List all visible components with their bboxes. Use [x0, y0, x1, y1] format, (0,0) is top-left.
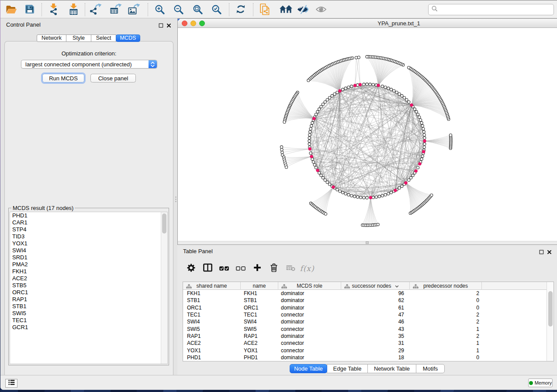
- table-row[interactable]: PHD1PHD1dominator180: [183, 354, 554, 361]
- cell-predecessor-nodes: 0: [410, 297, 482, 303]
- tab-select[interactable]: Select: [91, 34, 116, 42]
- table-scrollbar-thumb[interactable]: [548, 291, 553, 327]
- network-window-title: YPA_prune.txt_1: [368, 20, 429, 27]
- toolbar-separator: [229, 3, 229, 16]
- mcds-list-scrollbar[interactable]: [161, 212, 167, 364]
- mcds-result-item[interactable]: PHD1: [12, 212, 28, 219]
- copy-network-button[interactable]: [258, 3, 271, 17]
- network-overview-button[interactable]: [279, 3, 292, 17]
- window-zoom-traffic-light[interactable]: [199, 21, 205, 26]
- mcds-result-item[interactable]: SWI5: [12, 310, 28, 317]
- sort-chevron-icon[interactable]: [395, 283, 399, 289]
- cell-MCDS-role: connector: [278, 340, 341, 346]
- search-icon: [432, 6, 438, 14]
- run-mcds-button[interactable]: Run MCDS: [42, 74, 84, 83]
- memory-button[interactable]: Memory: [528, 378, 553, 387]
- tab-network[interactable]: Network: [37, 34, 66, 42]
- memory-status-dot: [529, 381, 533, 385]
- table-row[interactable]: ORC1ORC1dominator610: [183, 304, 554, 311]
- main-toolbar: [0, 1, 557, 18]
- table-row[interactable]: FKH1FKH1dominator962: [183, 290, 554, 297]
- tab-mcds[interactable]: MCDS: [116, 34, 140, 42]
- close-panel-icon[interactable]: [547, 248, 552, 256]
- column-header-predecessor-nodes[interactable]: predecessor nodes: [410, 282, 482, 290]
- column-header-MCDS-role[interactable]: MCDS role: [278, 282, 341, 290]
- window-close-traffic-light[interactable]: [182, 21, 187, 26]
- mcds-result-item[interactable]: STB1: [12, 303, 28, 310]
- mcds-tab-content: Optimization criterion: largest connecte…: [4, 41, 173, 375]
- refresh-button[interactable]: [234, 3, 247, 17]
- hide-panel-button[interactable]: [296, 3, 309, 17]
- mcds-scrollbar-thumb[interactable]: [162, 213, 166, 234]
- delete-column-button[interactable]: [266, 262, 282, 275]
- add-column-button[interactable]: [249, 262, 266, 275]
- sitemap-icon: [281, 284, 287, 290]
- window-minimize-traffic-light[interactable]: [190, 21, 196, 26]
- float-panel-icon[interactable]: [539, 248, 544, 256]
- network-graph[interactable]: [178, 28, 557, 241]
- mcds-result-item[interactable]: FKH1: [12, 268, 28, 275]
- mcds-result-item[interactable]: STP4: [12, 226, 28, 233]
- zoom-out-button[interactable]: [172, 3, 185, 17]
- table-row[interactable]: STB1STB1dominator620: [183, 297, 554, 304]
- export-network-button[interactable]: [89, 3, 102, 17]
- vertical-splitter-handle[interactable]: [175, 196, 177, 203]
- search-box[interactable]: [428, 4, 554, 15]
- tab-node-table[interactable]: Node Table: [290, 364, 327, 373]
- open-session-button[interactable]: [5, 3, 18, 17]
- function-icon: f(x): [300, 264, 314, 273]
- deselect-all-button[interactable]: [232, 262, 249, 275]
- mcds-result-item[interactable]: SWI4: [12, 247, 28, 254]
- search-input[interactable]: [440, 7, 554, 13]
- cell-name: STB1: [241, 297, 278, 303]
- table-settings-button[interactable]: [183, 262, 199, 275]
- toolbar-separator: [42, 3, 42, 16]
- table-row[interactable]: SWI5SWI5connector431: [183, 325, 554, 332]
- table-row[interactable]: SWI4SWI4dominator462: [183, 318, 554, 325]
- table-row[interactable]: TEC1TEC1connector472: [183, 311, 554, 318]
- select-all-button[interactable]: [216, 262, 232, 275]
- tab-network-table[interactable]: Network Table: [367, 364, 416, 373]
- zoom-selected-button[interactable]: [210, 3, 223, 17]
- table-row[interactable]: ACE2ACE2connector311: [183, 340, 554, 347]
- mcds-result-item[interactable]: SRD1: [12, 254, 28, 261]
- tab-edge-table[interactable]: Edge Table: [327, 364, 368, 373]
- tab-motifs[interactable]: Motifs: [416, 364, 445, 373]
- column-header-shared-name[interactable]: shared name: [183, 282, 241, 290]
- toolbar-separator: [253, 3, 253, 16]
- mcds-result-item[interactable]: CAR1: [12, 219, 28, 226]
- import-table-button[interactable]: [67, 3, 80, 17]
- float-panel-icon[interactable]: [159, 22, 163, 30]
- mcds-result-item[interactable]: GCR1: [12, 324, 28, 331]
- mcds-result-item[interactable]: TID3: [12, 233, 28, 240]
- mcds-result-list[interactable]: PHD1CAR1STP4TID3YOX1SWI4SRD1PMA2FKH1ACE2…: [10, 212, 168, 364]
- zoom-fit-button[interactable]: [191, 3, 204, 17]
- column-header-name[interactable]: name: [241, 282, 278, 290]
- zoom-in-button[interactable]: [153, 3, 166, 17]
- import-network-button[interactable]: [47, 3, 60, 17]
- close-panel-icon[interactable]: [166, 22, 171, 30]
- mcds-result-item[interactable]: TEC1: [12, 317, 28, 324]
- mcds-result-item[interactable]: PMA2: [12, 261, 28, 268]
- table-row[interactable]: RAP1RAP1dominator352: [183, 333, 554, 340]
- table-panel-dock: Table Panel f(x) shared namenameMCDS rol…: [177, 245, 557, 375]
- mcds-result-item[interactable]: ACE2: [12, 275, 28, 282]
- mcds-result-item[interactable]: RAP1: [12, 296, 28, 303]
- criterion-dropdown[interactable]: largest connected component (undirected): [21, 60, 157, 69]
- save-session-button[interactable]: [23, 3, 36, 17]
- export-image-button[interactable]: [128, 3, 141, 17]
- network-canvas[interactable]: [178, 28, 557, 241]
- column-header-successor-nodes[interactable]: successor nodes: [341, 282, 410, 290]
- mcds-result-item[interactable]: YOX1: [12, 240, 28, 247]
- show-columns-button[interactable]: [199, 262, 216, 275]
- close-panel-button[interactable]: Close panel: [90, 74, 136, 83]
- table-row[interactable]: YOX1YOX1connector291: [183, 347, 554, 354]
- mcds-result-item[interactable]: STB5: [12, 282, 28, 289]
- table-scrollbar[interactable]: [547, 282, 554, 361]
- network-window-titlebar[interactable]: YPA_prune.txt_1: [178, 19, 557, 28]
- mcds-result-item[interactable]: ORC1: [12, 289, 28, 296]
- splitter-grip-icon[interactable]: [366, 241, 369, 244]
- tab-style[interactable]: Style: [66, 34, 91, 42]
- export-table-button[interactable]: [109, 3, 122, 17]
- panel-menu-button[interactable]: [5, 379, 17, 388]
